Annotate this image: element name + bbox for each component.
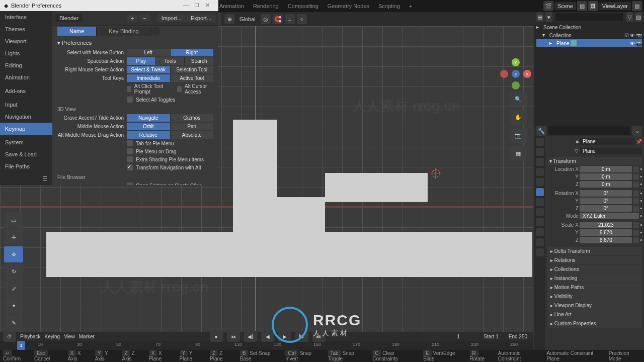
nav-gizmo[interactable]: Y Z X [503, 61, 528, 86]
pref-save-menu-icon[interactable]: ☰ [0, 172, 52, 185]
tl-keying-menu[interactable]: Keying [45, 334, 60, 339]
camera-view-icon[interactable]: 📷 [509, 128, 527, 143]
pan-icon[interactable]: ✋ [509, 110, 527, 125]
ws-rendering[interactable]: Rendering [250, 2, 282, 10]
tool-move-icon[interactable]: ✥ [4, 246, 23, 262]
pref-tab-lights[interactable]: Lights [0, 47, 52, 59]
props-options-icon[interactable]: ⌄ [632, 126, 642, 136]
extra-shading-check[interactable] [127, 156, 133, 162]
tab-world-icon[interactable] [536, 178, 544, 186]
keymap-export-button[interactable]: Export... [187, 14, 215, 22]
disable-icon[interactable]: 📷 [636, 41, 642, 46]
location-x[interactable]: 0 m [580, 166, 632, 172]
keymap-filter-keybinding[interactable]: Key-Binding [97, 27, 151, 36]
tab-object-icon[interactable] [536, 188, 544, 196]
rmb-action-toggle[interactable]: Select & Tweak Selection Tool [127, 66, 213, 73]
keymap-remove-button[interactable]: − [139, 14, 150, 22]
lock-icon[interactable] [633, 198, 639, 204]
outliner-display-icon[interactable]: ▤ [536, 12, 543, 22]
location-y[interactable]: 0 m [580, 173, 632, 180]
tab-scene-icon[interactable] [536, 168, 544, 176]
jump-end-icon[interactable]: ⏭ [312, 331, 326, 342]
persp-ortho-icon[interactable]: ▦ [509, 146, 527, 161]
propedit-icon[interactable]: ○ [297, 14, 307, 24]
timeline-editor-icon[interactable]: ⏱ [3, 331, 16, 342]
pref-tab-input[interactable]: Input [0, 99, 52, 111]
gizmo-x-icon[interactable]: X [523, 70, 531, 78]
jump-start-icon[interactable]: ⏮ [227, 331, 240, 342]
anim-dot[interactable]: • [640, 166, 642, 172]
autokey-icon[interactable]: ● [210, 331, 223, 342]
rotation-y[interactable]: 0° [580, 198, 632, 204]
play-rev-icon[interactable]: ◀ [261, 331, 274, 342]
zoom-icon[interactable]: 🔍 [509, 92, 527, 107]
tab-data-icon[interactable] [536, 238, 544, 246]
maximize-icon[interactable]: ☐ [194, 2, 203, 9]
transform-panel-header[interactable]: ▾ Transform [547, 157, 642, 165]
tab-viewlayer-icon[interactable] [536, 158, 544, 166]
select-mouse-toggle[interactable]: Left Right [127, 49, 213, 56]
orientation-icon[interactable]: ⊕ [224, 14, 234, 24]
pref-tab-saveload[interactable]: Save & Load [0, 148, 52, 160]
tree-collection[interactable]: ▾ Collection ☑ 👁 📷 [536, 31, 642, 39]
panel-collections[interactable]: ▸ Collections [547, 265, 642, 274]
spacebar-action-toggle[interactable]: Play Tools Search [127, 57, 213, 65]
panel-viewport-display[interactable]: ▸ Viewport Display [547, 301, 642, 310]
keymap-filter-name[interactable]: Name [57, 27, 97, 36]
pref-section-preferences[interactable]: ▾ Preferences [57, 38, 213, 48]
panel-motion-paths[interactable]: ▸ Motion Paths [547, 283, 642, 292]
keymap-search-icon[interactable] [151, 27, 160, 36]
jump-prev-key-icon[interactable]: ◀| [244, 331, 257, 342]
end-frame[interactable]: End 250 [506, 333, 530, 340]
panel-visibility[interactable]: ▸ Visibility [547, 292, 642, 301]
lock-icon[interactable] [633, 222, 639, 228]
pref-tab-themes[interactable]: Themes [0, 23, 52, 35]
pref-tab-addons[interactable]: Add-ons [0, 85, 52, 97]
pref-tab-system[interactable]: System [0, 136, 52, 148]
toolkeys-toggle[interactable]: Immediate Active Tool [127, 74, 213, 82]
scale-x[interactable]: 21.023 [580, 222, 632, 228]
mesh-data-field[interactable]: Plane [580, 148, 642, 154]
alt-mmb-action-toggle[interactable]: Relative Absolute [127, 131, 213, 139]
pref-tab-keymap[interactable]: Keymap [0, 123, 52, 135]
tool-select-box-icon[interactable]: ▭ [4, 212, 23, 228]
start-frame[interactable]: Start 1 [480, 333, 501, 340]
props-search[interactable] [548, 126, 630, 135]
pref-tab-navigation[interactable]: Navigation [0, 111, 52, 123]
pin-icon[interactable]: 📌 [636, 139, 642, 144]
minimize-icon[interactable]: — [183, 2, 192, 9]
snap-options[interactable]: ⌄ [285, 14, 295, 24]
tool-scale-icon[interactable]: ⤢ [4, 281, 23, 297]
disable-icon[interactable]: 📷 [636, 33, 642, 38]
current-frame[interactable]: 1 [440, 333, 476, 340]
pref-tab-viewport[interactable]: Viewport [0, 35, 52, 47]
tl-playback-menu[interactable]: Playback [20, 334, 41, 339]
tab-particles-icon[interactable] [536, 208, 544, 216]
tab-physics-icon[interactable] [536, 218, 544, 226]
keymap-import-button[interactable]: Import... [157, 14, 186, 22]
tl-marker-menu[interactable]: Marker [79, 334, 95, 339]
grave-action-toggle[interactable]: Navigate Gizmos [127, 114, 213, 122]
outliner-mode-icon[interactable]: ▾ [545, 12, 552, 22]
keymap-preset-select[interactable]: Blender [55, 14, 83, 22]
pref-tab-animation[interactable]: Animation [0, 71, 52, 83]
panel-instancing[interactable]: ▸ Instancing [547, 274, 642, 283]
pref-tab-filepaths[interactable]: File Paths [0, 160, 52, 172]
tool-rotate-icon[interactable]: ↻ [4, 263, 23, 280]
lock-icon[interactable] [633, 237, 639, 243]
alt-cursor-check[interactable] [177, 86, 182, 92]
mmb-action-toggle[interactable]: Orbit Pan [127, 123, 213, 130]
tab-constraints-icon[interactable] [536, 228, 544, 236]
panel-custom-properties[interactable]: ▸ Custom Properties [547, 319, 642, 328]
jump-next-key-icon[interactable]: |▶ [295, 331, 308, 342]
pivot-icon[interactable]: ◎ [261, 14, 271, 24]
tool-cursor-icon[interactable]: ✛ [4, 229, 23, 245]
ws-compositing[interactable]: Compositing [285, 2, 321, 10]
lock-icon[interactable] [633, 206, 639, 212]
lock-icon[interactable] [633, 182, 639, 188]
tree-scene-collection[interactable]: ▸ Scene Collection [536, 23, 642, 31]
open-folders-check[interactable] [127, 183, 133, 185]
scale-z[interactable]: 6.670 [580, 237, 632, 243]
props-editor-icon[interactable]: 🔧 [536, 126, 546, 136]
tool-annotate-icon[interactable]: ✎ [4, 315, 23, 331]
